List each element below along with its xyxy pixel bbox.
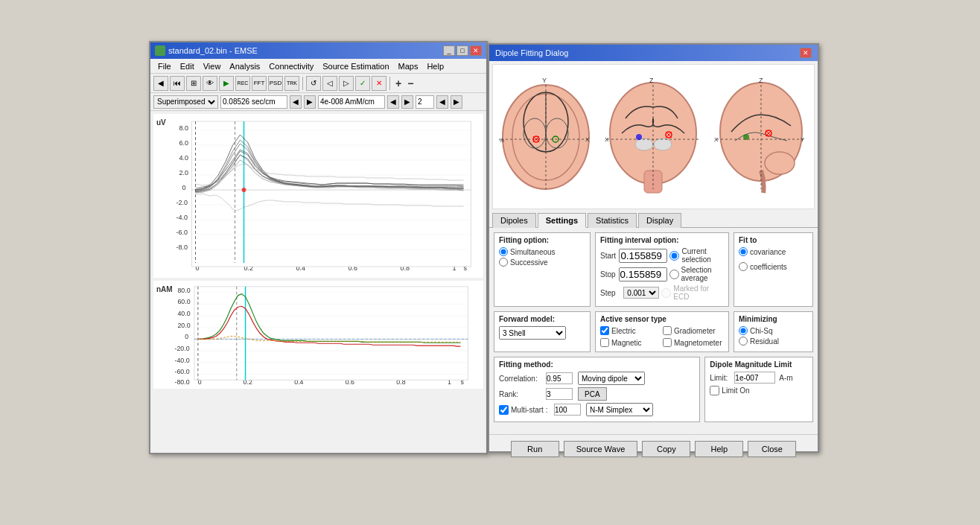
- channel-next-btn[interactable]: ▶: [451, 95, 462, 109]
- method-select[interactable]: Moving dipole: [578, 372, 645, 385]
- menu-maps[interactable]: Maps: [394, 61, 423, 71]
- check-button[interactable]: ✓: [355, 76, 370, 91]
- covariance-label: covariance: [750, 248, 786, 256]
- stop-value[interactable]: [619, 267, 667, 281]
- magnetometer-checkbox[interactable]: [663, 338, 672, 347]
- channel-prev-btn[interactable]: ◀: [436, 95, 448, 109]
- play-button[interactable]: ▶: [219, 76, 234, 91]
- settings-row2: Forward model: 3 Shell Active sensor typ…: [494, 311, 813, 352]
- limit-unit: A-m: [779, 374, 792, 382]
- svg-text:4.0: 4.0: [179, 154, 189, 162]
- menu-help[interactable]: Help: [422, 61, 448, 71]
- marked-ecd-radio[interactable]: [661, 288, 671, 298]
- dipole-magnitude-title: Dipole Magnitude Limit: [710, 360, 808, 369]
- start-value[interactable]: [619, 249, 667, 263]
- fft-button[interactable]: FFT: [252, 76, 267, 91]
- magnetic-checkbox[interactable]: [600, 338, 609, 347]
- next-button[interactable]: ▷: [339, 76, 354, 91]
- trk-button[interactable]: TRK: [284, 76, 299, 91]
- tab-settings[interactable]: Settings: [538, 213, 586, 228]
- time-next-btn[interactable]: ▶: [304, 95, 316, 109]
- copy-button[interactable]: Copy: [642, 441, 690, 457]
- tab-display[interactable]: Display: [638, 213, 681, 228]
- maximize-button[interactable]: □: [456, 45, 468, 56]
- menu-file[interactable]: File: [153, 61, 176, 71]
- fitting-option-title: Fitting option:: [499, 236, 585, 244]
- zoom-out-button[interactable]: −: [405, 77, 416, 89]
- menu-connectivity[interactable]: Connectivity: [264, 61, 318, 71]
- tab-dipoles[interactable]: Dipoles: [492, 213, 536, 228]
- limit-on-checkbox[interactable]: [710, 386, 719, 395]
- view-mode-select[interactable]: Superimposed: [153, 95, 218, 109]
- channel-field[interactable]: [416, 95, 434, 109]
- menu-source-estimation[interactable]: Source Estimation: [318, 61, 393, 71]
- amp-next-btn[interactable]: ▶: [401, 95, 413, 109]
- forward-model-select[interactable]: 3 Shell: [499, 326, 566, 340]
- selection-average-radio[interactable]: [669, 270, 679, 279]
- magnetometer-label: Magnetometer: [674, 339, 722, 347]
- run-button[interactable]: Run: [511, 441, 559, 457]
- svg-text:-8.0: -8.0: [176, 244, 188, 251]
- skip-back-button[interactable]: ⏮: [170, 76, 185, 91]
- covariance-option: covariance: [739, 247, 808, 256]
- pca-button[interactable]: PCA: [578, 387, 607, 401]
- amplitude-field[interactable]: [318, 95, 385, 109]
- prev-button[interactable]: ◁: [322, 76, 337, 91]
- help-button[interactable]: Help: [695, 441, 743, 457]
- tab-statistics[interactable]: Statistics: [588, 213, 637, 228]
- residual-radio[interactable]: [739, 337, 748, 346]
- top-chart: uV 8.0 6.0 4.0 2.0 0 -2.0 -4.0 -6.0 -8.0…: [153, 114, 483, 278]
- start-row: Start Current selection: [600, 247, 724, 264]
- multistart-field[interactable]: [554, 404, 581, 416]
- rank-field[interactable]: [546, 388, 573, 400]
- active-sensor-group: Active sensor type Electric Gradiometer: [595, 311, 729, 352]
- amp-prev-btn[interactable]: ◀: [387, 95, 399, 109]
- fitting-interval-group: Fitting interval option: Start Current s…: [595, 232, 729, 307]
- reset-button[interactable]: ↺: [306, 76, 321, 91]
- minimize-button[interactable]: _: [443, 45, 455, 56]
- source-wave-button[interactable]: Source Wave: [564, 441, 638, 457]
- time-prev-btn[interactable]: ◀: [290, 95, 302, 109]
- limit-label: Limit:: [710, 374, 732, 382]
- successive-radio[interactable]: [499, 258, 508, 267]
- dipole-magnitude-group: Dipole Magnitude Limit Limit: A-m Limit …: [704, 357, 813, 422]
- emse-window: standard_02.bin - EMSE _ □ ✕ File Edit V…: [149, 41, 488, 454]
- svg-text:Z: Z: [759, 77, 763, 84]
- svg-text:-60.0: -60.0: [174, 368, 189, 375]
- svg-text:0: 0: [182, 184, 186, 191]
- multistart-checkbox[interactable]: [499, 405, 509, 415]
- step-select[interactable]: 0.001: [623, 287, 659, 299]
- select-button[interactable]: ⊞: [186, 76, 201, 91]
- x-button[interactable]: ✕: [372, 76, 386, 91]
- magnetic-label: Magnetic: [611, 339, 642, 347]
- fitting-method-title: Fitting method:: [499, 360, 695, 369]
- eye-button[interactable]: 👁: [203, 76, 217, 91]
- optimizer-select[interactable]: N-M Simplex: [586, 403, 653, 416]
- successive-label: Successive: [510, 258, 548, 267]
- back-button[interactable]: ◀: [153, 76, 168, 91]
- psd-button[interactable]: PSD: [268, 76, 283, 91]
- top-chart-svg: 8.0 6.0 4.0 2.0 0 -2.0 -4.0 -6.0 -8.0 0 …: [153, 114, 483, 278]
- covariance-radio[interactable]: [739, 247, 748, 256]
- svg-point-76: [635, 139, 653, 150]
- menu-view[interactable]: View: [199, 61, 226, 71]
- dipole-close-btn[interactable]: ✕: [800, 48, 812, 58]
- simultaneous-radio[interactable]: [499, 247, 508, 256]
- step-label: Step: [600, 289, 621, 297]
- correlation-field[interactable]: [546, 372, 573, 384]
- menu-edit[interactable]: Edit: [176, 61, 199, 71]
- rec-button[interactable]: REC: [235, 76, 250, 91]
- gradiometer-checkbox[interactable]: [663, 326, 672, 335]
- chisq-radio[interactable]: [739, 326, 748, 335]
- menu-analysis[interactable]: Analysis: [225, 61, 264, 71]
- close-button[interactable]: ✕: [470, 45, 482, 56]
- svg-text:-6.0: -6.0: [176, 229, 188, 236]
- electric-checkbox[interactable]: [600, 326, 609, 335]
- time-field[interactable]: [220, 95, 287, 109]
- close-dialog-button[interactable]: Close: [748, 441, 796, 457]
- zoom-in-button[interactable]: +: [393, 77, 404, 89]
- rank-label: Rank:: [499, 390, 544, 398]
- coefficients-radio[interactable]: [739, 262, 748, 271]
- limit-field[interactable]: [734, 372, 775, 384]
- current-selection-radio[interactable]: [669, 251, 679, 261]
